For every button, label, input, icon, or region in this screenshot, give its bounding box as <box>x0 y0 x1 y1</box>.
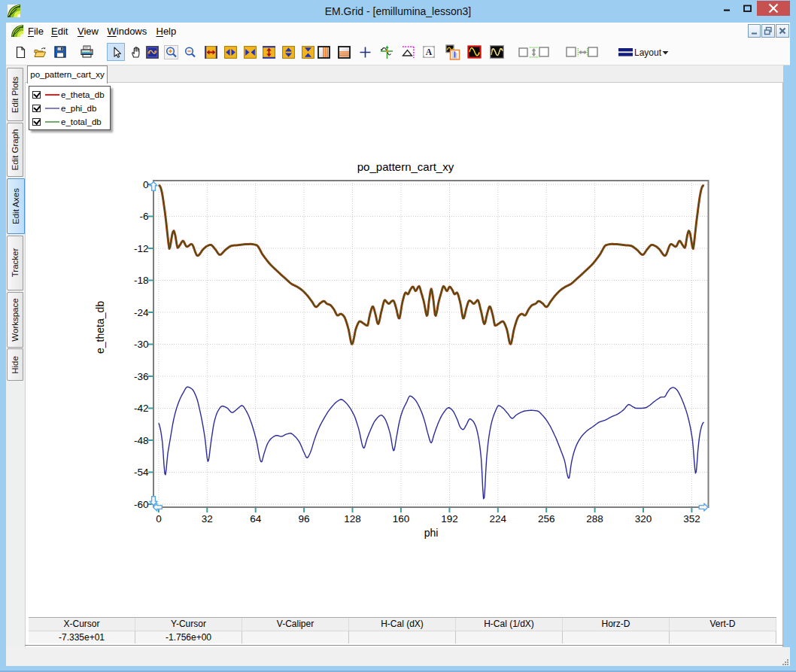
svg-text:160: 160 <box>393 513 410 525</box>
svg-text:0: 0 <box>143 179 149 190</box>
svg-text:-48: -48 <box>134 435 149 446</box>
svg-text:224: 224 <box>490 513 507 525</box>
svg-text:-36: -36 <box>134 371 149 382</box>
svg-text:-6: -6 <box>139 211 148 222</box>
svg-text:96: 96 <box>299 513 310 525</box>
svg-text:A: A <box>426 47 433 56</box>
svg-text:-18: -18 <box>134 275 149 286</box>
svg-text:0: 0 <box>156 513 162 525</box>
svg-text:-54: -54 <box>134 467 149 478</box>
svg-text:-12: -12 <box>134 243 149 254</box>
svg-text:-60: -60 <box>134 499 149 510</box>
svg-text:288: 288 <box>586 513 603 525</box>
svg-text:phi: phi <box>424 527 439 539</box>
svg-text:32: 32 <box>202 513 213 525</box>
svg-text:-42: -42 <box>134 403 149 414</box>
svg-text:po_pattern_cart_xy: po_pattern_cart_xy <box>357 160 454 173</box>
svg-text:-24: -24 <box>134 307 149 318</box>
svg-text:192: 192 <box>441 513 458 525</box>
svg-text:320: 320 <box>635 513 652 525</box>
svg-text:352: 352 <box>683 513 700 525</box>
svg-text:256: 256 <box>538 513 555 525</box>
svg-text:e_theta_db: e_theta_db <box>94 301 106 354</box>
svg-text:-30: -30 <box>134 339 149 350</box>
svg-text:128: 128 <box>344 513 361 525</box>
svg-text:64: 64 <box>250 513 262 525</box>
